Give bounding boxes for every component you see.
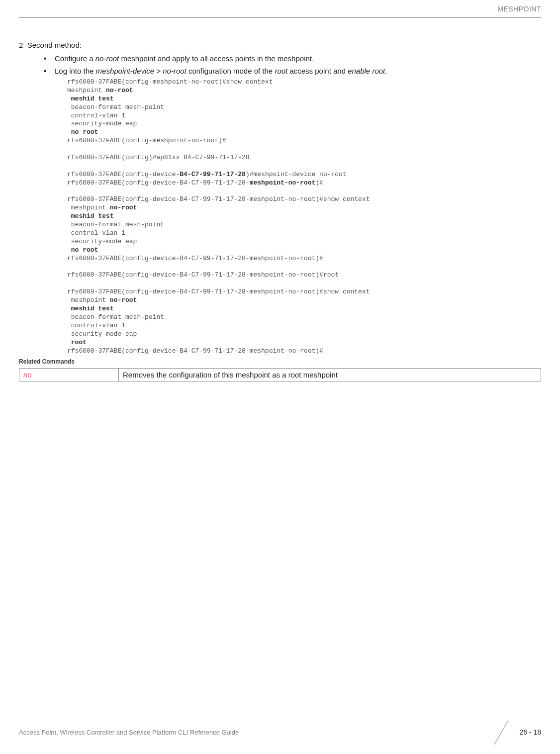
code-bold: meshid test [67,212,114,220]
page-footer: Access Point, Wireless Controller and Se… [19,722,541,742]
footer-title: Access Point, Wireless Controller and Se… [19,729,239,736]
code-line: meshpoint [67,296,110,304]
bullet-list: Configure a no-root meshpoint and apply … [44,53,541,76]
code-bold: B4-C7-99-71-17-28 [180,171,246,178]
method-number: 2 [19,41,23,49]
code-line: rfs6000-37FABE(config-meshpoint-no-root)… [67,78,273,86]
table-row: no Removes the configuration of this mes… [19,369,541,381]
code-bold: no-root [106,87,133,94]
code-line: security-mode eap [67,238,137,245]
code-line: control-vlan 1 [67,229,125,237]
code-bold: meshid test [67,305,114,312]
code-line: rfs6000-37FABE(config-device- [67,171,180,178]
related-commands-title: Related Commands [19,358,541,365]
header-label: MESHPOINT [497,5,541,13]
code-line: control-vlan 1 [67,112,125,119]
code-bold: meshpoint-no-root [250,179,316,187]
code-line: rfs6000-37FABE(config-device-B4-C7-99-71… [67,179,250,187]
code-line: rfs6000-37FABE(config-meshpoint-no-root)… [67,137,226,144]
code-line: security-mode eap [67,120,137,127]
page-divider-icon [491,722,511,742]
code-line: beacon-format mesh-point [67,313,164,321]
code-line: )#meshpoint-device no-root [246,171,347,178]
page-content: 2 Second method: Configure a no-root mes… [19,41,541,381]
code-line: meshpoint [67,204,110,211]
page-number: 26 - 18 [519,728,541,736]
code-line: control-vlan 1 [67,322,125,329]
code-line: beacon-format mesh-point [67,221,164,228]
code-bold: meshid test [67,95,114,102]
method-title-text: Second method: [27,41,82,49]
code-bold: no-root [110,204,137,211]
code-line: meshpoint [67,87,106,94]
related-cmd-name: no [19,369,119,381]
code-bold: no-root [110,296,137,304]
code-line: )# [315,179,323,187]
footer-page-block: 26 - 18 [491,722,541,742]
code-line: beacon-format mesh-point [67,103,164,111]
method-heading: 2 Second method: [19,41,541,49]
code-block: rfs6000-37FABE(config-meshpoint-no-root)… [67,78,541,355]
code-line: rfs6000-37FABE(config)#ap81xx B4-C7-99-7… [67,154,250,161]
code-line: rfs6000-37FABE(config-device-B4-C7-99-71… [67,271,339,279]
code-bold: root [67,339,87,346]
related-commands-table: no Removes the configuration of this mes… [19,368,541,381]
code-bold: no root [67,128,98,136]
related-cmd-desc: Removes the configuration of this meshpo… [119,369,541,381]
code-bold: no root [67,246,98,254]
bullet-2: Log into the meshpoint-device > no-root … [44,66,541,76]
bullet-1: Configure a no-root meshpoint and apply … [44,53,541,64]
code-line: rfs6000-37FABE(config-device-B4-C7-99-71… [67,288,370,295]
header-divider [19,17,541,18]
code-line: security-mode eap [67,330,137,338]
code-line: rfs6000-37FABE(config-device-B4-C7-99-71… [67,347,323,355]
code-line: rfs6000-37FABE(config-device-B4-C7-99-71… [67,195,370,203]
code-line: rfs6000-37FABE(config-device-B4-C7-99-71… [67,255,323,262]
